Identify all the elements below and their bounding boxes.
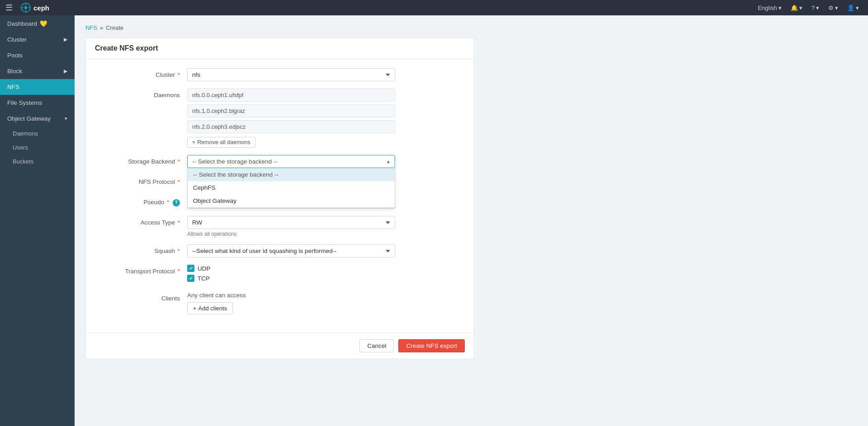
breadcrumb-separator: » bbox=[100, 24, 103, 31]
cluster-row: Cluster * nfs bbox=[97, 68, 463, 81]
access-type-control-wrap: RW RO NONE Allows all operations bbox=[187, 216, 463, 237]
storage-backend-control-wrap: -- Select the storage backend -- -- Sele… bbox=[187, 155, 463, 168]
access-type-row: Access Type * RW RO NONE Allows all oper… bbox=[97, 216, 463, 237]
sidebar-item-block[interactable]: Block ▶ bbox=[0, 63, 75, 79]
notifications-arrow: ▾ bbox=[799, 5, 802, 11]
notifications-button[interactable]: 🔔 ▾ bbox=[787, 4, 806, 12]
hamburger-menu-icon[interactable]: ☰ bbox=[5, 3, 13, 13]
squash-label: Squash * bbox=[97, 244, 187, 254]
help-button[interactable]: ? ▾ bbox=[808, 4, 823, 12]
remove-all-daemons-button[interactable]: + Remove all daemons bbox=[187, 137, 255, 148]
storage-backend-option-placeholder[interactable]: -- Select the storage backend -- bbox=[188, 168, 395, 181]
file-systems-label: File Systems bbox=[7, 99, 42, 106]
app-logo: ceph bbox=[21, 3, 49, 13]
remove-all-icon: + bbox=[192, 139, 195, 145]
storage-backend-dropdown-open: -- Select the storage backend -- -- Sele… bbox=[187, 155, 395, 168]
logo-text: ceph bbox=[33, 4, 49, 12]
language-dropdown-icon: ▾ bbox=[778, 5, 782, 11]
language-label: English bbox=[758, 5, 777, 11]
sidebar-subitem-daemons[interactable]: Daemons bbox=[0, 126, 75, 140]
cancel-button[interactable]: Cancel bbox=[359, 339, 394, 352]
cluster-label: Cluster * bbox=[97, 68, 187, 78]
squash-row: Squash * --Select what kind of user id s… bbox=[97, 244, 463, 257]
sidebar-item-file-systems[interactable]: File Systems bbox=[0, 95, 75, 111]
breadcrumb-current: Create bbox=[106, 24, 123, 31]
sidebar-item-cluster[interactable]: Cluster ▶ bbox=[0, 32, 75, 47]
sidebar-item-dashboard[interactable]: Dashboard 💛 bbox=[0, 15, 75, 32]
storage-backend-selected[interactable]: -- Select the storage backend -- bbox=[188, 155, 395, 168]
access-type-hint: Allows all operations bbox=[187, 231, 463, 237]
pseudo-label: Pseudo * ? bbox=[97, 196, 187, 206]
cluster-select[interactable]: nfs bbox=[187, 68, 395, 81]
cluster-label: Cluster bbox=[7, 36, 27, 43]
add-clients-button[interactable]: + Add clients bbox=[187, 302, 233, 314]
object-gateway-label: Object Gateway bbox=[7, 115, 51, 122]
squash-control-wrap: --Select what kind of user id squashing … bbox=[187, 244, 463, 257]
user-icon: 👤 bbox=[847, 5, 854, 11]
navbar-left: ☰ ceph bbox=[5, 3, 49, 13]
question-icon: ? bbox=[811, 5, 815, 11]
form-footer: Cancel Create NFS export bbox=[86, 332, 474, 359]
daemon-badge-0: nfs.0.0.ceph1.ufsfpf bbox=[187, 89, 395, 102]
object-gateway-arrow-icon: ▾ bbox=[65, 116, 67, 122]
sidebar-subitem-users[interactable]: Users bbox=[0, 140, 75, 154]
daemon-badge-1: nfs.1.0.ceph2.blgraz bbox=[187, 104, 395, 117]
daemon-badge-2: nfs.2.0.ceph3.edjscz bbox=[187, 120, 395, 133]
app-body: Dashboard 💛 Cluster ▶ Pools Block ▶ NFS … bbox=[0, 15, 868, 426]
clients-label: Clients bbox=[97, 292, 187, 302]
sidebar: Dashboard 💛 Cluster ▶ Pools Block ▶ NFS … bbox=[0, 15, 75, 426]
daemons-label: Daemons bbox=[97, 89, 187, 98]
storage-backend-dropdown[interactable]: -- Select the storage backend -- -- Sele… bbox=[187, 155, 395, 168]
clients-control-wrap: Any client can access + Add clients bbox=[187, 292, 463, 314]
squash-select[interactable]: --Select what kind of user id squashing … bbox=[187, 244, 395, 257]
storage-backend-selected-text: -- Select the storage backend -- bbox=[192, 158, 278, 165]
settings-button[interactable]: ⚙ ▾ bbox=[825, 4, 842, 12]
buckets-label: Buckets bbox=[13, 158, 33, 165]
storage-backend-label: Storage Backend * bbox=[97, 155, 187, 165]
clients-row: Clients Any client can access + Add clie… bbox=[97, 292, 463, 314]
settings-arrow: ▾ bbox=[835, 5, 838, 11]
dashboard-icon: 💛 bbox=[40, 20, 47, 27]
users-label: Users bbox=[13, 144, 28, 151]
cluster-arrow-icon: ▶ bbox=[64, 37, 67, 42]
breadcrumb-nfs-link[interactable]: NFS bbox=[85, 24, 97, 31]
udp-label: UDP bbox=[198, 265, 211, 272]
navbar: ☰ ceph English ▾ 🔔 ▾ ? ▾ ⚙ bbox=[0, 0, 868, 15]
nfs-protocol-label: NFS Protocol * bbox=[97, 175, 187, 185]
create-nfs-export-button[interactable]: Create NFS export bbox=[398, 339, 465, 352]
storage-backend-options-list: -- Select the storage backend -- CephFS … bbox=[187, 168, 395, 208]
udp-checkbox[interactable] bbox=[187, 265, 194, 272]
tcp-checkbox[interactable] bbox=[187, 275, 194, 282]
help-arrow: ▾ bbox=[816, 5, 819, 11]
daemons-control-wrap: nfs.0.0.ceph1.ufsfpf nfs.1.0.ceph2.blgra… bbox=[187, 89, 463, 148]
breadcrumb: NFS » Create bbox=[85, 24, 857, 31]
pseudo-help-icon[interactable]: ? bbox=[173, 199, 180, 206]
navbar-right: English ▾ 🔔 ▾ ? ▾ ⚙ ▾ 👤 ▾ bbox=[754, 4, 863, 12]
sidebar-subitem-buckets[interactable]: Buckets bbox=[0, 154, 75, 169]
storage-backend-option-object-gateway[interactable]: Object Gateway bbox=[188, 194, 395, 207]
add-clients-icon: + bbox=[193, 305, 197, 312]
transport-protocol-label: Transport Protocol * bbox=[97, 265, 187, 275]
gear-icon: ⚙ bbox=[828, 5, 834, 11]
cluster-control-wrap: nfs bbox=[187, 68, 463, 81]
form-title: Create NFS export bbox=[86, 38, 474, 59]
udp-checkbox-row: UDP bbox=[187, 265, 463, 272]
transport-protocol-row: Transport Protocol * UDP TCP bbox=[97, 265, 463, 285]
tcp-checkbox-row: TCP bbox=[187, 275, 463, 282]
remove-all-label: Remove all daemons bbox=[197, 139, 250, 145]
sidebar-item-object-gateway[interactable]: Object Gateway ▾ bbox=[0, 111, 75, 126]
access-type-select[interactable]: RW RO NONE bbox=[187, 216, 395, 229]
form-body: Cluster * nfs Daemons nfs.0.0.ceph1.ufsf… bbox=[86, 59, 474, 332]
language-selector[interactable]: English ▾ bbox=[754, 4, 785, 12]
tcp-label: TCP bbox=[198, 275, 210, 282]
main-content: NFS » Create Create NFS export Cluster *… bbox=[75, 15, 868, 426]
add-clients-label: Add clients bbox=[198, 305, 227, 312]
dashboard-label: Dashboard bbox=[7, 20, 37, 27]
bell-icon: 🔔 bbox=[791, 5, 798, 11]
access-type-label: Access Type * bbox=[97, 216, 187, 226]
sidebar-item-nfs[interactable]: NFS bbox=[0, 79, 75, 95]
storage-backend-row: Storage Backend * -- Select the storage … bbox=[97, 155, 463, 168]
sidebar-item-pools[interactable]: Pools bbox=[0, 47, 75, 63]
storage-backend-option-cephfs[interactable]: CephFS bbox=[188, 181, 395, 194]
user-menu-button[interactable]: 👤 ▾ bbox=[844, 4, 863, 12]
